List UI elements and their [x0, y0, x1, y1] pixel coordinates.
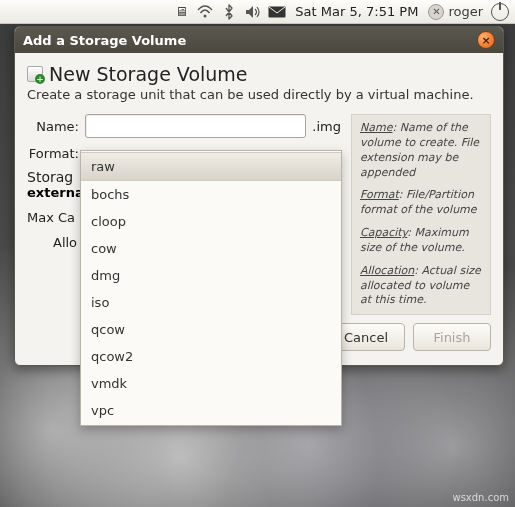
new-volume-icon [27, 66, 43, 82]
user-menu[interactable]: ✕ roger [428, 4, 483, 20]
bluetooth-icon[interactable] [219, 2, 239, 22]
format-option-cloop[interactable]: cloop [81, 208, 341, 235]
watermark: wsxdn.com [452, 492, 509, 503]
format-option-raw[interactable]: raw [81, 152, 341, 181]
format-option-qcow[interactable]: qcow [81, 316, 341, 343]
titlebar[interactable]: Add a Storage Volume × [15, 27, 503, 53]
name-input[interactable] [85, 114, 306, 138]
mail-icon[interactable] [267, 2, 287, 22]
clock[interactable]: Sat Mar 5, 7:51 PM [295, 4, 418, 19]
username-label: roger [448, 4, 483, 19]
wifi-icon[interactable] [195, 2, 215, 22]
dialog-subheading: Create a storage unit that can be used d… [27, 87, 491, 102]
finish-button[interactable]: Finish [413, 323, 491, 351]
format-option-dmg[interactable]: dmg [81, 262, 341, 289]
format-option-bochs[interactable]: bochs [81, 181, 341, 208]
close-button[interactable]: × [477, 31, 495, 49]
monitor-icon[interactable]: 🖥 [171, 2, 191, 22]
dialog-heading: New Storage Volume [49, 63, 248, 85]
format-label: Format: [27, 146, 79, 161]
name-label: Name: [27, 119, 79, 134]
power-icon[interactable] [491, 3, 509, 21]
format-option-vmdk[interactable]: vmdk [81, 370, 341, 397]
extension-label: .img [312, 119, 341, 134]
top-panel: 🖥 Sat Mar 5, 7:51 PM ✕ roger [0, 0, 515, 24]
format-dropdown[interactable]: rawbochscloopcowdmgisoqcowqcow2vmdkvpc [80, 150, 342, 426]
volume-icon[interactable] [243, 2, 263, 22]
help-format-term: Format [360, 188, 399, 201]
format-option-iso[interactable]: iso [81, 289, 341, 316]
help-allocation-term: Allocation [360, 264, 414, 277]
help-capacity-term: Capacity [360, 226, 407, 239]
svg-point-0 [204, 14, 207, 17]
help-panel: Name: Name of the volume to create. File… [351, 114, 491, 315]
help-name-term: Name [360, 121, 392, 134]
window-title: Add a Storage Volume [23, 33, 477, 48]
format-option-cow[interactable]: cow [81, 235, 341, 262]
format-option-vpc[interactable]: vpc [81, 397, 341, 424]
user-icon: ✕ [428, 4, 444, 20]
format-option-qcow2[interactable]: qcow2 [81, 343, 341, 370]
